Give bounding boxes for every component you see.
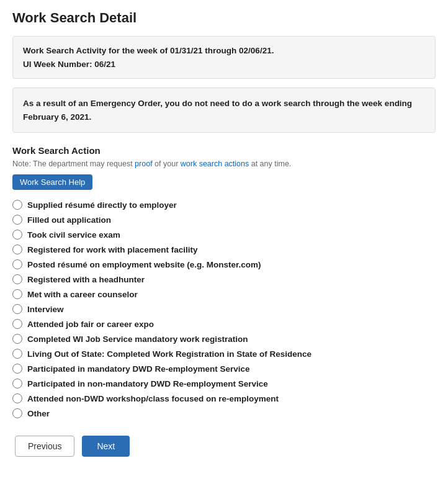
list-item: Other bbox=[12, 408, 436, 418]
radio-label-opt3[interactable]: Took civil service exam bbox=[27, 230, 120, 240]
radio-label-opt12[interactable]: Participated in mandatory DWD Re-employm… bbox=[27, 364, 250, 374]
radio-opt3[interactable] bbox=[12, 230, 22, 240]
emergency-box: As a result of an Emergency Order, you d… bbox=[12, 87, 436, 133]
work-search-actions-link[interactable]: work search actions bbox=[181, 159, 249, 168]
list-item: Registered with a headhunter bbox=[12, 274, 436, 284]
radio-label-opt8[interactable]: Interview bbox=[27, 305, 64, 314]
radio-label-opt2[interactable]: Filled out application bbox=[27, 215, 111, 225]
radio-label-opt4[interactable]: Registered for work with placement facil… bbox=[27, 245, 198, 254]
info-line1: Work Search Activity for the week of 01/… bbox=[23, 44, 425, 58]
emergency-text: As a result of an Emergency Order, you d… bbox=[23, 97, 425, 123]
radio-label-opt9[interactable]: Attended job fair or career expo bbox=[27, 320, 154, 329]
nav-buttons: Previous Next bbox=[12, 436, 436, 457]
radio-opt6[interactable] bbox=[12, 274, 22, 284]
list-item: Posted résumé on employment website (e.g… bbox=[12, 259, 436, 269]
note-text: Note: The department may request proof o… bbox=[12, 159, 436, 168]
list-item: Participated in non-mandatory DWD Re-emp… bbox=[12, 379, 436, 388]
radio-opt11[interactable] bbox=[12, 349, 22, 359]
radio-opt10[interactable] bbox=[12, 334, 22, 344]
list-item: Attended job fair or career expo bbox=[12, 319, 436, 329]
radio-opt8[interactable] bbox=[12, 304, 22, 314]
radio-label-opt11[interactable]: Living Out of State: Completed Work Regi… bbox=[27, 349, 311, 359]
info-line2: UI Week Number: 06/21 bbox=[23, 58, 425, 71]
note-label3: at any time. bbox=[249, 159, 291, 168]
list-item: Registered for work with placement facil… bbox=[12, 244, 436, 254]
list-item: Participated in mandatory DWD Re-employm… bbox=[12, 364, 436, 374]
radio-opt1[interactable] bbox=[12, 200, 22, 210]
radio-opt15[interactable] bbox=[12, 408, 22, 418]
list-item: Attended non-DWD workshop/class focused … bbox=[12, 393, 436, 403]
list-item: Completed WI Job Service mandatory work … bbox=[12, 334, 436, 344]
radio-opt13[interactable] bbox=[12, 379, 22, 388]
radio-label-opt13[interactable]: Participated in non-mandatory DWD Re-emp… bbox=[27, 379, 268, 388]
work-search-help-button[interactable]: Work Search Help bbox=[12, 174, 92, 190]
radio-label-opt10[interactable]: Completed WI Job Service mandatory work … bbox=[27, 334, 248, 344]
radio-opt4[interactable] bbox=[12, 244, 22, 254]
list-item: Supplied résumé directly to employer bbox=[12, 200, 436, 210]
section-title: Work Search Action bbox=[12, 145, 436, 156]
next-button[interactable]: Next bbox=[82, 436, 130, 457]
proof-link[interactable]: proof bbox=[135, 159, 153, 168]
radio-label-opt5[interactable]: Posted résumé on employment website (e.g… bbox=[27, 260, 261, 269]
list-item: Interview bbox=[12, 304, 436, 314]
info-box: Work Search Activity for the week of 01/… bbox=[12, 36, 436, 79]
list-item: Living Out of State: Completed Work Regi… bbox=[12, 349, 436, 359]
radio-label-opt1[interactable]: Supplied résumé directly to employer bbox=[27, 200, 177, 210]
radio-opt9[interactable] bbox=[12, 319, 22, 329]
radio-label-opt6[interactable]: Registered with a headhunter bbox=[27, 275, 145, 284]
radio-label-opt15[interactable]: Other bbox=[27, 409, 50, 418]
note-label2: of your bbox=[153, 159, 181, 168]
list-item: Filled out application bbox=[12, 215, 436, 225]
radio-opt12[interactable] bbox=[12, 364, 22, 374]
radio-label-opt7[interactable]: Met with a career counselor bbox=[27, 290, 138, 299]
work-search-action-section: Work Search Action Note: The department … bbox=[12, 145, 436, 418]
list-item: Met with a career counselor bbox=[12, 289, 436, 299]
previous-button[interactable]: Previous bbox=[15, 436, 74, 457]
page-title: Work Search Detail bbox=[12, 10, 436, 26]
radio-opt14[interactable] bbox=[12, 393, 22, 403]
radio-options-list: Supplied résumé directly to employerFill… bbox=[12, 200, 436, 418]
radio-opt5[interactable] bbox=[12, 259, 22, 269]
list-item: Took civil service exam bbox=[12, 230, 436, 240]
radio-opt7[interactable] bbox=[12, 289, 22, 299]
radio-opt2[interactable] bbox=[12, 215, 22, 225]
radio-label-opt14[interactable]: Attended non-DWD workshop/class focused … bbox=[27, 394, 279, 403]
note-label: Note: The department may request bbox=[12, 159, 135, 168]
